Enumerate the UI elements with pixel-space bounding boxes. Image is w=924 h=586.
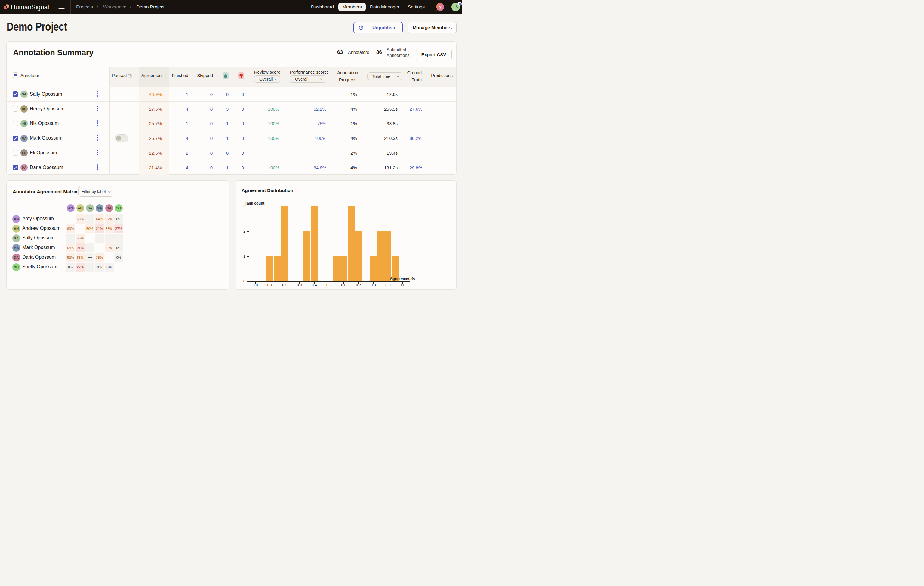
svg-text:?: ?: [439, 5, 442, 10]
